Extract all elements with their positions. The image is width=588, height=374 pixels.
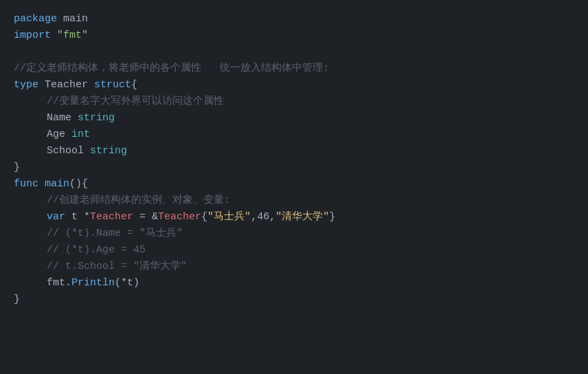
line-comment2: //变量名字大写外界可以访问这个属性	[47, 94, 574, 110]
line-var: var t *Teacher = &Teacher{"马士兵",46,"清华大学…	[47, 209, 574, 226]
line-type: type Teacher struct{	[14, 77, 574, 94]
line-comment1: //定义老师结构体，将老师中的各个属性 统一放入结构体中管理:	[14, 60, 574, 77]
line-comment4: // (*t).Name = "马士兵"	[47, 226, 574, 242]
line-comment6: // t.School = "清华大学"	[47, 258, 574, 275]
line-package: package main	[14, 11, 574, 28]
line-comment5: // (*t).Age = 45	[47, 242, 574, 258]
line-close1: }	[14, 160, 574, 176]
line-age: Age int	[47, 126, 574, 143]
line-name: Name string	[47, 110, 574, 126]
code-editor: package mainimport "fmt" //定义老师结构体，将老师中的…	[0, 0, 588, 374]
line-blank1	[14, 44, 574, 60]
line-import: import "fmt"	[14, 28, 574, 44]
line-close2: }	[14, 292, 574, 308]
line-println: fmt.Println(*t)	[47, 275, 574, 292]
line-comment3: //创建老师结构体的实例、对象、变量:	[47, 192, 574, 209]
code-content: package mainimport "fmt" //定义老师结构体，将老师中的…	[14, 11, 574, 308]
line-func: func main(){	[14, 176, 574, 192]
line-school: School string	[47, 143, 574, 160]
